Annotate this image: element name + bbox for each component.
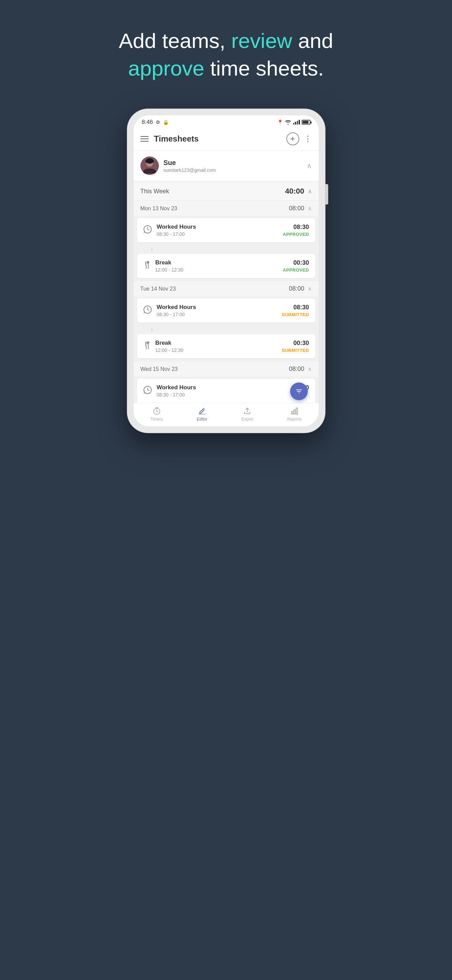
user-details: Sue suestark123@gmail.com xyxy=(163,159,216,173)
hamburger-line xyxy=(140,141,149,142)
collapse-icon[interactable]: ∧ xyxy=(307,162,312,170)
entry-details: Break 12:00 - 12:30 xyxy=(155,259,184,272)
day-hours-value-wed: 08:00 xyxy=(289,366,304,372)
day-collapse-mon[interactable]: ∧ xyxy=(308,205,312,212)
entry-expand-mon-work[interactable]: ↓ xyxy=(134,244,319,252)
week-label: This Week xyxy=(140,188,170,195)
bottom-nav: Timers Editor Export xyxy=(134,403,319,426)
headline-part2: and xyxy=(292,29,333,52)
entry-details: Worked Hours 08:30 - 17:00 xyxy=(157,304,196,317)
entry-right-tue-work: 08:30 SUBMITTED xyxy=(282,304,309,317)
entry-card-mon-work[interactable]: Worked Hours 08:30 - 17:00 08:30 APPROVE… xyxy=(137,218,315,242)
entry-expand-tue-work[interactable]: ↓ xyxy=(134,325,319,332)
editor-icon xyxy=(198,407,206,415)
entry-timerange-wed-work: 08:30 - 17:00 xyxy=(157,392,196,398)
nav-item-timers[interactable]: Timers xyxy=(150,407,163,422)
headline: Add teams, review and approve time sheet… xyxy=(119,27,333,82)
headline-highlight1: review xyxy=(231,29,292,52)
week-section[interactable]: This Week 40:00 ∧ xyxy=(134,182,319,200)
entry-left: Break 12:00 - 12:30 xyxy=(143,259,184,272)
hamburger-menu-button[interactable] xyxy=(140,136,149,142)
entry-right-tue-break: 00:30 SUBMITTED xyxy=(282,340,309,353)
nav-item-editor[interactable]: Editor xyxy=(197,407,208,422)
clock-icon xyxy=(143,385,152,396)
add-icon: + xyxy=(290,134,295,143)
day-hours-tue: 08:00 ∧ xyxy=(289,285,312,292)
entry-details: Worked Hours 08:30 - 17:00 xyxy=(157,384,196,398)
day-section-tue: Tue 14 Nov 23 08:00 ∧ xyxy=(134,281,319,296)
phone-screen: 8:46 ⚙ 🔒 📍 xyxy=(134,115,319,426)
entry-title-mon-break: Break xyxy=(155,259,184,266)
fork-icon xyxy=(143,341,151,352)
add-button[interactable]: + xyxy=(286,132,299,145)
phone-device: 8:46 ⚙ 🔒 📍 xyxy=(127,109,325,433)
scroll-content: Sue suestark123@gmail.com ∧ This Week 40… xyxy=(134,150,319,403)
day-hours-value-tue: 08:00 xyxy=(289,285,304,292)
entry-title-mon-work: Worked Hours xyxy=(157,224,196,231)
filter-fab-button[interactable] xyxy=(290,382,308,400)
status-bar-left: 8:46 ⚙ 🔒 xyxy=(142,119,169,126)
entry-timerange-tue-work: 08:30 - 17:00 xyxy=(157,312,196,317)
hamburger-line xyxy=(140,136,149,137)
entry-timerange-mon-work: 08:30 - 17:00 xyxy=(157,231,196,237)
nav-label-export: Export xyxy=(241,417,254,422)
day-hours-value-mon: 08:00 xyxy=(289,205,304,212)
export-icon xyxy=(243,407,252,415)
entry-timerange-tue-break: 12:00 - 12:30 xyxy=(155,347,184,353)
entry-left: Worked Hours 08:30 - 17:00 xyxy=(143,384,196,398)
day-label-wed: Wed 15 Nov 23 xyxy=(140,366,178,372)
entry-timerange-mon-break: 12:00 - 12:30 xyxy=(155,267,184,272)
app-bar: Timesheets + ⋮ xyxy=(134,127,319,150)
day-label-mon: Mon 13 Nov 23 xyxy=(140,205,178,212)
entry-status-tue-work: SUBMITTED xyxy=(282,312,309,317)
entry-card-wed-work[interactable]: Worked Hours 08:30 - 17:00 08:30 xyxy=(137,379,315,403)
nav-label-editor: Editor xyxy=(197,417,208,422)
entry-left: Worked Hours 08:30 - 17:00 xyxy=(143,304,196,317)
entry-card-tue-break[interactable]: Break 12:00 - 12:30 00:30 SUBMITTED xyxy=(137,334,315,358)
day-label-tue: Tue 14 Nov 23 xyxy=(140,286,176,292)
day-hours-mon: 08:00 ∧ xyxy=(289,205,312,212)
entry-title-tue-break: Break xyxy=(155,340,184,347)
entry-card-tue-work[interactable]: Worked Hours 08:30 - 17:00 08:30 SUBMITT… xyxy=(137,298,315,323)
entry-title-wed-work: Worked Hours xyxy=(157,384,196,391)
week-hours-value: 40:00 xyxy=(285,187,304,196)
day-collapse-tue[interactable]: ∧ xyxy=(308,285,312,292)
nav-item-export[interactable]: Export xyxy=(241,407,254,422)
entry-status-mon-work: APPROVED xyxy=(283,232,309,237)
clock-icon xyxy=(143,225,152,236)
hamburger-line xyxy=(140,138,149,139)
phone-side-button xyxy=(325,184,328,205)
entry-status-tue-break: SUBMITTED xyxy=(282,348,309,353)
status-bar: 8:46 ⚙ 🔒 📍 xyxy=(134,115,319,127)
settings-icon: ⚙ xyxy=(156,119,160,125)
avatar xyxy=(140,156,159,175)
nav-item-reports[interactable]: Reports xyxy=(287,407,301,422)
day-collapse-wed[interactable]: ∧ xyxy=(308,366,312,372)
more-icon: ⋮ xyxy=(304,134,312,143)
entry-duration-tue-break: 00:30 xyxy=(282,340,309,347)
wifi-icon xyxy=(285,120,292,124)
entry-left: Break 12:00 - 12:30 xyxy=(143,340,184,353)
entry-right-mon-break: 00:30 APPROVED xyxy=(283,259,309,272)
timers-icon xyxy=(152,407,161,415)
battery-icon xyxy=(302,120,311,124)
entry-details: Break 12:00 - 12:30 xyxy=(155,340,184,353)
entry-status-mon-break: APPROVED xyxy=(283,267,309,272)
entry-duration-mon-work: 08:30 xyxy=(283,224,309,231)
fork-icon xyxy=(143,261,151,272)
entry-title-tue-work: Worked Hours xyxy=(157,304,196,311)
headline-rest2: time sheets. xyxy=(205,56,324,80)
nav-label-reports: Reports xyxy=(287,417,301,422)
nav-label-timers: Timers xyxy=(150,417,163,422)
user-card[interactable]: Sue suestark123@gmail.com ∧ xyxy=(134,150,319,181)
status-bar-right: 📍 xyxy=(277,119,311,125)
headline-part1: Add teams, xyxy=(119,29,231,52)
more-options-button[interactable]: ⋮ xyxy=(304,134,312,143)
week-collapse-icon[interactable]: ∧ xyxy=(308,188,312,195)
entry-card-mon-break[interactable]: Break 12:00 - 12:30 00:30 APPROVED xyxy=(137,254,315,278)
app-title: Timesheets xyxy=(154,134,281,143)
app-bar-actions: + ⋮ xyxy=(286,132,312,145)
day-section-mon: Mon 13 Nov 23 08:00 ∧ xyxy=(134,200,319,216)
entry-duration-mon-break: 00:30 xyxy=(283,259,309,266)
reports-icon xyxy=(290,407,299,415)
